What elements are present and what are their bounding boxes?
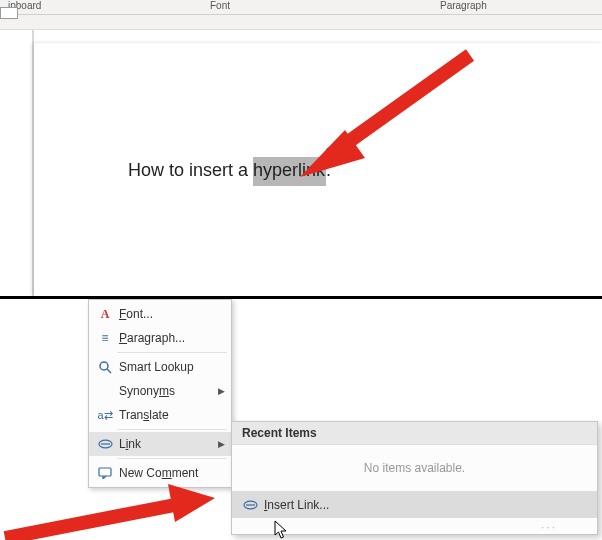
comment-icon bbox=[95, 464, 115, 482]
menu-item-smart-lookup[interactable]: Smart Lookup bbox=[89, 355, 231, 379]
svg-marker-10 bbox=[168, 484, 215, 522]
menu-label-synonyms: Synonyms bbox=[115, 384, 213, 398]
svg-point-2 bbox=[100, 362, 108, 370]
menu-item-new-comment[interactable]: New Comment bbox=[89, 461, 231, 485]
doc-text-prefix: How to insert a bbox=[128, 160, 253, 180]
ruler-tab-marker[interactable] bbox=[0, 7, 18, 19]
link-icon bbox=[95, 435, 115, 453]
context-menu[interactable]: A Font... ≡ Paragraph... Smart Lookup Sy… bbox=[88, 299, 232, 488]
menu-item-link[interactable]: Link ▶ bbox=[89, 432, 231, 456]
menu-separator bbox=[117, 429, 227, 430]
svg-line-3 bbox=[107, 369, 111, 373]
annotation-arrow-to-insert-link bbox=[0, 480, 225, 540]
menu-item-paragraph[interactable]: ≡ Paragraph... bbox=[89, 326, 231, 350]
document-text[interactable]: How to insert a hyperlink. bbox=[128, 160, 331, 181]
menu-label-font: Font... bbox=[115, 307, 225, 321]
svg-rect-6 bbox=[99, 468, 111, 476]
font-icon: A bbox=[95, 305, 115, 323]
menu-label-paragraph: Paragraph... bbox=[115, 331, 225, 345]
menu-separator bbox=[117, 458, 227, 459]
link-submenu[interactable]: Recent Items No items available. Insert … bbox=[231, 421, 598, 535]
menu-label-new-comment: New Comment bbox=[115, 466, 225, 480]
synonyms-icon bbox=[95, 382, 115, 400]
translate-icon: a⇄ bbox=[95, 406, 115, 424]
menu-item-synonyms[interactable]: Synonyms ▶ bbox=[89, 379, 231, 403]
menu-label-smart-lookup: Smart Lookup bbox=[115, 360, 225, 374]
submenu-label-insert-link: Insert Link... bbox=[260, 498, 589, 512]
menu-item-font[interactable]: A Font... bbox=[89, 302, 231, 326]
menu-label-link: Link bbox=[115, 437, 213, 451]
svg-line-9 bbox=[5, 504, 180, 538]
submenu-item-insert-link[interactable]: Insert Link... bbox=[232, 492, 597, 518]
menu-label-translate: Translate bbox=[115, 408, 225, 422]
chevron-right-icon: ▶ bbox=[213, 386, 225, 396]
menu-item-translate[interactable]: a⇄ Translate bbox=[89, 403, 231, 427]
submenu-resize-grip[interactable]: ··· bbox=[232, 518, 597, 534]
search-icon bbox=[95, 358, 115, 376]
ribbon-group-font: Font bbox=[210, 0, 230, 11]
doc-text-selection[interactable]: hyperlink bbox=[253, 157, 326, 186]
ribbon-group-paragraph: Paragraph bbox=[440, 0, 487, 11]
paragraph-icon: ≡ bbox=[95, 329, 115, 347]
doc-text-period: . bbox=[326, 160, 331, 180]
ribbon-group-bar: ipboard Font Paragraph bbox=[0, 0, 602, 30]
menu-separator bbox=[117, 352, 227, 353]
link-icon bbox=[240, 496, 260, 514]
submenu-empty-text: No items available. bbox=[232, 445, 597, 491]
submenu-header-recent: Recent Items bbox=[232, 422, 597, 445]
chevron-right-icon: ▶ bbox=[213, 439, 225, 449]
